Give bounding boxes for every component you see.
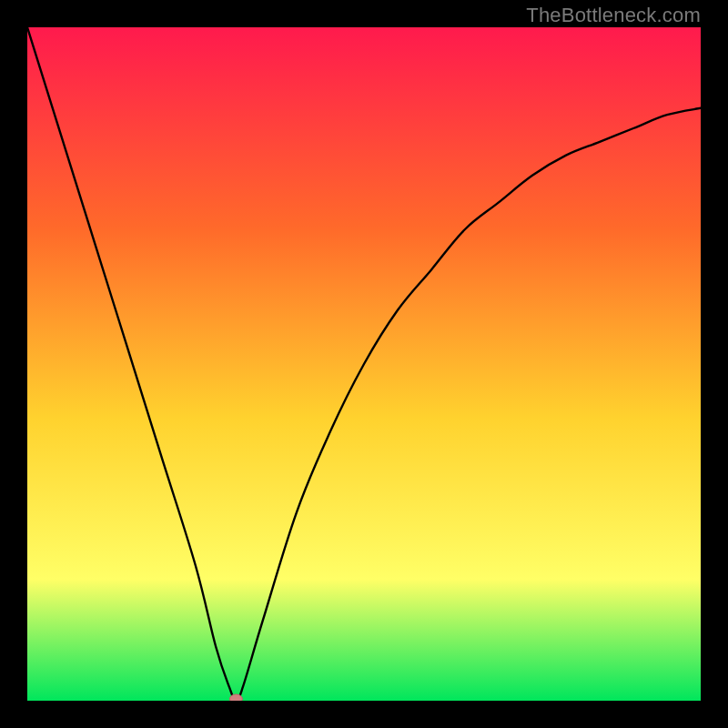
plot-area	[27, 27, 701, 701]
plot-svg	[27, 27, 701, 701]
chart-frame: TheBottleneck.com	[0, 0, 728, 728]
optimal-marker	[229, 694, 242, 701]
watermark-text: TheBottleneck.com	[526, 4, 701, 27]
